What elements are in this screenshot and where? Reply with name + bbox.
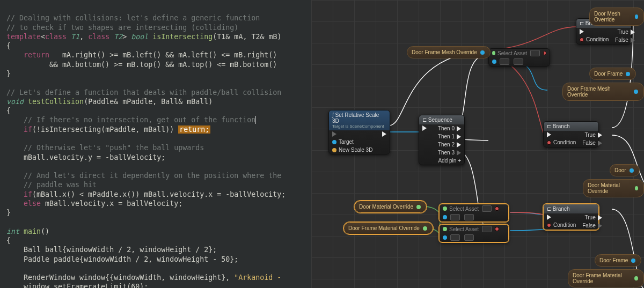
node-sequence[interactable]: ⊏ Sequence Then 0 Then 1 Then 2 Then 3 A… xyxy=(419,115,465,165)
var-door-frame-material-override-2[interactable]: Door Frame Material Override xyxy=(568,269,644,287)
node-select-asset-2[interactable]: Select Asset xyxy=(439,204,509,222)
out-pin[interactable] xyxy=(634,90,638,94)
node-header: ⊏ Branch xyxy=(544,122,598,131)
node-select-asset-3[interactable]: Select Asset xyxy=(439,224,509,242)
node-select-asset-1[interactable]: Select Asset xyxy=(488,48,550,67)
out-pin[interactable] xyxy=(634,276,638,280)
true-pin[interactable] xyxy=(598,132,602,138)
then2-pin[interactable] xyxy=(457,142,461,147)
code-editor[interactable]: // Dealing with collisions: let's define… xyxy=(0,0,311,288)
condition-pin[interactable] xyxy=(547,141,551,145)
false-pin[interactable] xyxy=(598,141,602,146)
var-door-frame[interactable]: Door Frame xyxy=(589,68,636,80)
node-header: ⊏ Branch xyxy=(544,204,598,213)
out-pin[interactable] xyxy=(480,50,485,55)
out-pin[interactable] xyxy=(635,186,638,190)
blueprint-graph[interactable]: ∫ Set Relative Scale 3D Target is SceneC… xyxy=(311,0,644,288)
pin[interactable] xyxy=(495,227,499,231)
exec-in-pin[interactable] xyxy=(547,132,551,137)
asset-field[interactable] xyxy=(530,50,540,56)
false-pin[interactable] xyxy=(631,38,635,43)
var-door-frame-2[interactable]: Door Frame xyxy=(595,254,641,267)
pin[interactable] xyxy=(495,206,499,211)
false-pin[interactable] xyxy=(598,223,602,228)
node-header: ⊏ Sequence xyxy=(419,115,464,124)
exec-in-pin[interactable] xyxy=(547,215,551,220)
out-pin[interactable] xyxy=(630,168,634,173)
condition-pin[interactable] xyxy=(547,223,551,227)
target-pin[interactable] xyxy=(332,140,336,144)
node-set-relative-scale[interactable]: ∫ Set Relative Scale 3D Target is SceneC… xyxy=(328,110,390,154)
pin[interactable] xyxy=(443,227,447,231)
scale-pin[interactable] xyxy=(332,148,336,152)
exec-in-pin[interactable] xyxy=(422,125,427,131)
var-door-mesh-override[interactable]: Door Mesh Override xyxy=(589,8,644,26)
var-door-material-override[interactable]: Door Material Override xyxy=(354,201,427,213)
pin[interactable] xyxy=(443,235,447,240)
highlighted-return: return; xyxy=(178,125,210,134)
pin[interactable] xyxy=(492,60,496,64)
var-door-frame-mesh-override[interactable]: Door Frame Mesh Override xyxy=(407,46,491,58)
pin[interactable] xyxy=(443,206,447,211)
exec-out-pin[interactable] xyxy=(382,131,386,137)
true-pin[interactable] xyxy=(631,29,635,35)
pin[interactable] xyxy=(443,215,447,219)
node-branch-2[interactable]: ⊏ Branch Condition True False xyxy=(543,121,599,147)
pin[interactable] xyxy=(492,51,495,55)
code-comment: // Let's define a function that deals wi… xyxy=(6,88,281,97)
then3-pin[interactable] xyxy=(457,150,461,156)
exec-in-pin[interactable] xyxy=(580,29,584,34)
out-pin[interactable] xyxy=(423,226,427,231)
then0-pin[interactable] xyxy=(457,126,461,131)
out-pin[interactable] xyxy=(631,259,635,263)
add-pin-button[interactable]: Add pin + xyxy=(438,158,461,164)
out-pin[interactable] xyxy=(635,14,638,19)
var-door-frame-mesh-override-2[interactable]: Door Frame Mesh Override xyxy=(562,83,644,101)
pin[interactable] xyxy=(543,51,546,55)
code-comment: // Dealing with collisions: let's define… xyxy=(6,14,260,22)
var-door[interactable]: Door xyxy=(610,164,640,176)
out-pin[interactable] xyxy=(626,72,630,76)
out-pin[interactable] xyxy=(416,205,421,209)
code-comment: // to check if two shapes are intersecti… xyxy=(6,24,238,32)
condition-pin[interactable] xyxy=(580,38,584,42)
node-header: ∫ Set Relative Scale 3D Target is SceneC… xyxy=(329,110,390,130)
then1-pin[interactable] xyxy=(457,134,461,139)
var-door-frame-material-override[interactable]: Door Frame Material Override xyxy=(343,222,433,234)
exec-in-pin[interactable] xyxy=(332,131,336,137)
node-branch-3[interactable]: ⊏ Branch Condition True False xyxy=(543,204,599,230)
true-pin[interactable] xyxy=(598,215,602,220)
var-door-material-override-2[interactable]: Door Material Override xyxy=(583,179,644,197)
kw-template: template xyxy=(6,33,41,41)
